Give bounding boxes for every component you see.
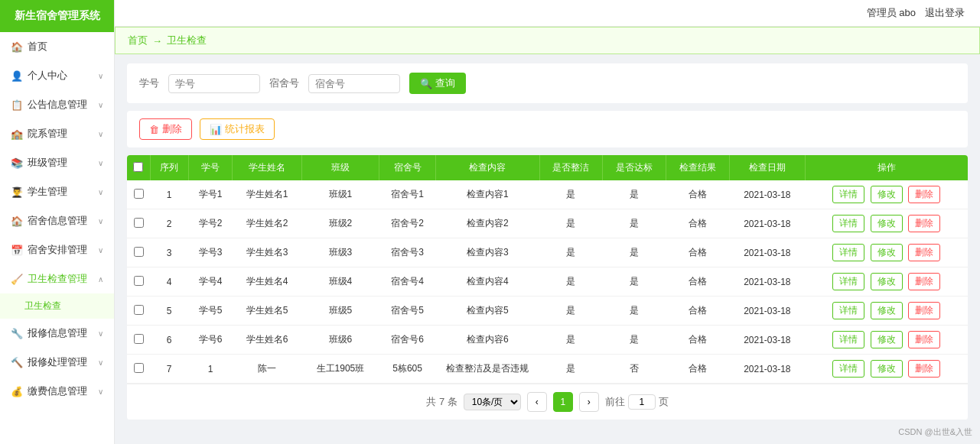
row-checkbox[interactable] (134, 305, 144, 315)
stat-icon: 📊 (210, 124, 222, 135)
select-all-checkbox[interactable] (133, 162, 143, 172)
row-checkbox[interactable] (134, 247, 144, 257)
dorm-id-input[interactable] (308, 74, 400, 93)
sidebar-item-payment[interactable]: 💰 缴费信息管理 ∨ (0, 377, 114, 406)
dorm-info-icon: 🏠 (11, 216, 23, 227)
table-row: 3 学号3 学生姓名3 班级3 宿舍号3 检查内容3 是 是 合格 2021-0… (127, 238, 968, 267)
row-checkbox-cell (127, 180, 150, 209)
col-dorm: 宿舍号 (379, 155, 436, 180)
row-actions: 详情 修改 删除 (806, 180, 968, 209)
page-jump-input[interactable] (628, 394, 656, 410)
sidebar-item-student[interactable]: 👨‍🎓 学生管理 ∨ (0, 177, 114, 206)
row-actions: 详情 修改 删除 (806, 326, 968, 355)
row-content: 检查内容1 (436, 180, 540, 209)
detail-button[interactable]: 详情 (832, 331, 864, 348)
student-id-label: 学号 (139, 76, 159, 90)
row-result: 合格 (666, 209, 729, 238)
search-button[interactable]: 🔍 查询 (409, 73, 466, 94)
row-date: 2021-03-18 (729, 180, 805, 209)
sidebar-item-class[interactable]: 📚 班级管理 ∨ (0, 148, 114, 177)
detail-button[interactable]: 详情 (832, 360, 864, 378)
sidebar-item-label: 报修处理管理 (28, 355, 87, 369)
table-row: 4 学号4 学生姓名4 班级4 宿舍号4 检查内容4 是 是 合格 2021-0… (127, 267, 968, 297)
edit-button[interactable]: 修改 (871, 273, 903, 290)
row-class: 班级1 (301, 180, 379, 209)
sidebar-sub-item-hygiene-check[interactable]: 卫生检查 (0, 293, 114, 319)
breadcrumb-home[interactable]: 首页 (128, 34, 148, 47)
hygiene-icon: 🧹 (11, 274, 23, 285)
sidebar-item-dorm-arrange[interactable]: 📅 宿舍安排管理 ∨ (0, 235, 114, 264)
row-class: 班级3 (301, 238, 379, 267)
row-content: 检查内容4 (436, 267, 540, 297)
detail-button[interactable]: 详情 (832, 186, 864, 203)
chevron-icon: ∧ (98, 275, 103, 284)
logout-button[interactable]: 退出登录 (925, 6, 965, 20)
row-clean: 是 (539, 238, 603, 267)
row-date: 2021-03-18 (729, 238, 805, 267)
row-seq: 5 (150, 297, 188, 326)
row-student-id: 学号4 (188, 267, 233, 297)
sidebar-item-repair-handle[interactable]: 🔨 报修处理管理 ∨ (0, 348, 114, 377)
edit-button[interactable]: 修改 (871, 360, 903, 378)
app-title: 新生宿舍管理系统 (0, 0, 114, 32)
detail-button[interactable]: 详情 (832, 302, 864, 319)
detail-button[interactable]: 详情 (832, 244, 864, 261)
row-standard: 是 (603, 238, 666, 267)
row-dorm: 宿舍号4 (379, 267, 436, 297)
sidebar-item-home[interactable]: 🏠 首页 (0, 32, 114, 61)
row-actions: 详情 修改 删除 (806, 297, 968, 326)
sidebar-item-announcement[interactable]: 📋 公告信息管理 ∨ (0, 90, 114, 119)
row-date: 2021-03-18 (729, 267, 805, 297)
row-delete-button[interactable]: 删除 (908, 331, 940, 348)
row-delete-button[interactable]: 删除 (908, 360, 940, 378)
row-checkbox[interactable] (134, 276, 144, 286)
sidebar-item-hygiene[interactable]: 🧹 卫生检查管理 ∧ (0, 264, 114, 293)
col-student-id: 学号 (188, 155, 233, 180)
sidebar-item-repair-info[interactable]: 🔧 报修信息管理 ∨ (0, 319, 114, 348)
table-row: 1 学号1 学生姓名1 班级1 宿舍号1 检查内容1 是 是 合格 2021-0… (127, 180, 968, 209)
detail-button[interactable]: 详情 (832, 273, 864, 290)
row-checkbox[interactable] (134, 363, 144, 373)
next-page-button[interactable]: › (579, 392, 599, 412)
chevron-icon: ∨ (98, 387, 103, 396)
row-delete-button[interactable]: 删除 (908, 273, 940, 290)
col-date: 检查日期 (729, 155, 805, 180)
student-id-input[interactable] (168, 74, 260, 93)
row-student-id: 学号3 (188, 238, 233, 267)
page-size-select[interactable]: 10条/页 20条/页 50条/页 (464, 394, 521, 410)
detail-button[interactable]: 详情 (832, 215, 864, 232)
edit-button[interactable]: 修改 (871, 186, 903, 203)
table-row: 5 学号5 学生姓名5 班级5 宿舍号5 检查内容5 是 是 合格 2021-0… (127, 297, 968, 326)
col-clean: 是否整洁 (539, 155, 603, 180)
stat-report-button[interactable]: 📊 统计报表 (200, 118, 275, 140)
row-checkbox[interactable] (134, 189, 144, 199)
sidebar-item-dorm-info[interactable]: 🏠 宿舍信息管理 ∨ (0, 206, 114, 235)
batch-delete-button[interactable]: 🗑 删除 (139, 118, 192, 140)
row-delete-button[interactable]: 删除 (908, 215, 940, 232)
row-student-id: 学号1 (188, 180, 233, 209)
row-delete-button[interactable]: 删除 (908, 244, 940, 261)
edit-button[interactable]: 修改 (871, 215, 903, 232)
row-checkbox[interactable] (134, 334, 144, 344)
search-bar: 学号 宿舍号 🔍 查询 (127, 63, 968, 103)
sidebar-item-department[interactable]: 🏫 院系管理 ∨ (0, 119, 114, 148)
edit-button[interactable]: 修改 (871, 331, 903, 348)
edit-button[interactable]: 修改 (871, 244, 903, 261)
edit-button[interactable]: 修改 (871, 302, 903, 319)
student-icon: 👨‍🎓 (11, 186, 23, 198)
prev-page-button[interactable]: ‹ (527, 392, 547, 412)
sidebar-item-label: 个人中心 (28, 69, 67, 83)
repair-handle-icon: 🔨 (11, 357, 23, 368)
sidebar-item-profile[interactable]: 👤 个人中心 ∨ (0, 61, 114, 90)
row-student-id: 学号5 (188, 297, 233, 326)
row-dorm: 宿舍号1 (379, 180, 436, 209)
row-content: 检查内容2 (436, 209, 540, 238)
content-area: 学号 宿舍号 🔍 查询 🗑 删除 📊 统计报表 (115, 54, 980, 444)
chevron-icon: ∨ (98, 101, 103, 109)
row-student-id: 1 (188, 355, 233, 384)
row-delete-button[interactable]: 删除 (908, 302, 940, 319)
row-delete-button[interactable]: 删除 (908, 186, 940, 203)
page-1-button[interactable]: 1 (553, 392, 573, 412)
sidebar-item-label: 公告信息管理 (28, 98, 87, 112)
row-checkbox[interactable] (134, 218, 144, 228)
